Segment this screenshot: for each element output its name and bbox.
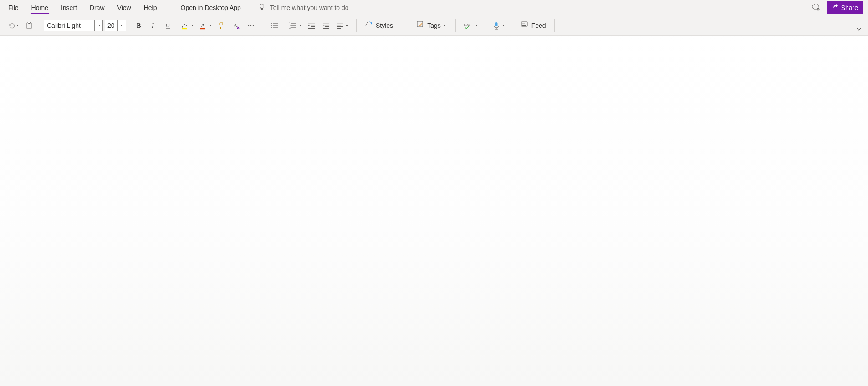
svg-rect-21 <box>291 23 296 23</box>
svg-rect-39 <box>417 21 423 27</box>
svg-text:I: I <box>151 22 154 29</box>
svg-rect-27 <box>311 25 315 25</box>
svg-point-18 <box>271 27 272 28</box>
highlight-color-button[interactable] <box>179 19 195 32</box>
svg-rect-7 <box>182 28 187 29</box>
share-label: Share <box>841 4 858 11</box>
font-name-dropdown-button[interactable] <box>94 20 102 31</box>
svg-text:3: 3 <box>289 26 291 29</box>
separator <box>554 19 555 32</box>
svg-rect-31 <box>325 25 329 25</box>
svg-text:A: A <box>365 21 369 28</box>
share-icon <box>832 4 838 11</box>
format-painter-button[interactable] <box>215 19 228 32</box>
svg-text:abc: abc <box>464 22 470 26</box>
styles-button[interactable]: A Styles <box>362 19 402 32</box>
more-formatting-button[interactable] <box>245 19 257 32</box>
separator <box>512 19 512 32</box>
open-in-desktop-button[interactable]: Open in Desktop App <box>175 1 246 15</box>
svg-text:U: U <box>166 22 170 29</box>
font-color-button[interactable]: A <box>197 19 214 32</box>
document-canvas[interactable] <box>0 36 868 386</box>
svg-rect-32 <box>325 26 329 27</box>
font-name-input[interactable] <box>44 20 94 31</box>
tab-home[interactable]: Home <box>25 1 55 14</box>
svg-rect-30 <box>323 23 329 23</box>
feed-button[interactable]: Feed <box>518 19 549 32</box>
font-size-combo[interactable] <box>105 20 126 31</box>
svg-rect-23 <box>291 25 296 26</box>
font-size-dropdown-button[interactable] <box>117 20 126 31</box>
svg-rect-34 <box>337 23 343 23</box>
lightbulb-icon <box>258 3 266 12</box>
svg-rect-29 <box>308 28 315 29</box>
italic-button[interactable]: I <box>147 19 160 32</box>
font-size-input[interactable] <box>105 20 117 31</box>
tags-button[interactable]: Tags <box>414 19 450 32</box>
collapse-ribbon-button[interactable] <box>853 22 865 36</box>
styles-label: Styles <box>376 22 393 29</box>
underline-button[interactable]: U <box>162 19 174 32</box>
svg-point-12 <box>250 25 251 26</box>
bold-button[interactable]: B <box>133 19 145 32</box>
ribbon-toolbar: B I U A A <box>0 15 868 36</box>
svg-rect-43 <box>522 23 525 24</box>
separator <box>408 19 408 32</box>
svg-point-14 <box>271 23 272 24</box>
svg-rect-15 <box>273 23 278 23</box>
decrease-indent-button[interactable] <box>305 19 318 32</box>
sync-status-icon[interactable] <box>809 1 822 15</box>
svg-rect-9 <box>200 28 205 29</box>
bullet-list-button[interactable] <box>269 19 285 32</box>
tab-bar: File Home Insert Draw View Help Open in … <box>0 0 868 15</box>
svg-point-11 <box>248 25 249 26</box>
tags-icon <box>416 21 424 30</box>
tags-label: Tags <box>427 22 441 29</box>
clear-formatting-button[interactable]: A <box>230 19 243 32</box>
styles-icon: A <box>365 21 373 30</box>
increase-indent-button[interactable] <box>320 19 332 32</box>
svg-point-16 <box>271 25 272 26</box>
svg-rect-6 <box>166 28 170 28</box>
tab-insert[interactable]: Insert <box>55 1 83 14</box>
svg-rect-44 <box>522 25 526 26</box>
alignment-button[interactable] <box>334 19 351 32</box>
separator <box>485 19 485 32</box>
svg-rect-17 <box>273 25 278 26</box>
svg-rect-41 <box>495 22 497 26</box>
tab-draw[interactable]: Draw <box>83 1 111 14</box>
svg-rect-26 <box>308 23 315 23</box>
svg-rect-28 <box>311 26 315 27</box>
font-name-combo[interactable] <box>44 20 103 31</box>
svg-text:A: A <box>201 22 205 29</box>
undo-button[interactable] <box>6 19 22 32</box>
tell-me-search-input[interactable] <box>270 2 425 13</box>
svg-rect-37 <box>337 28 341 29</box>
dictate-button[interactable] <box>491 19 506 32</box>
feed-label: Feed <box>531 22 546 29</box>
separator <box>356 19 357 32</box>
tab-file[interactable]: File <box>2 1 25 14</box>
separator <box>455 19 456 32</box>
svg-rect-25 <box>291 27 296 28</box>
svg-text:B: B <box>137 22 141 29</box>
svg-rect-2 <box>28 22 31 23</box>
svg-rect-33 <box>323 28 329 29</box>
feed-icon <box>521 21 529 30</box>
separator <box>263 19 263 32</box>
svg-text:A: A <box>233 22 238 29</box>
share-button[interactable]: Share <box>827 1 863 14</box>
tab-view[interactable]: View <box>111 1 138 14</box>
clipboard-paste-button[interactable] <box>24 19 39 32</box>
svg-rect-35 <box>337 25 341 25</box>
svg-point-13 <box>253 25 254 26</box>
svg-rect-36 <box>337 26 343 27</box>
tab-help[interactable]: Help <box>138 1 163 14</box>
spelling-button[interactable]: abc <box>461 19 480 32</box>
numbered-list-button[interactable]: 123 <box>287 19 303 32</box>
svg-rect-19 <box>273 27 278 28</box>
